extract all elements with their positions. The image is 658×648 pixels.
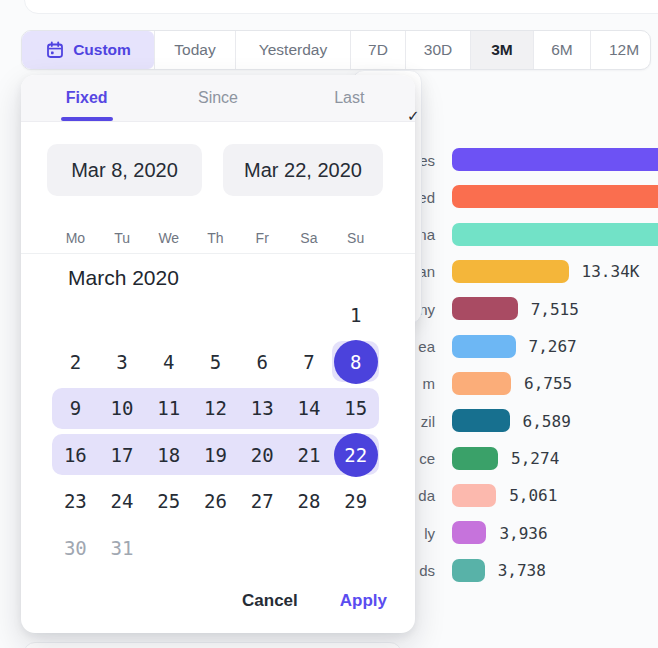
day-23[interactable]: 23 xyxy=(52,478,99,525)
bar[interactable] xyxy=(452,297,518,320)
bar[interactable] xyxy=(452,260,569,283)
day-7[interactable]: 7 xyxy=(286,339,333,386)
day-8[interactable]: 8 xyxy=(332,339,379,386)
selected-day-circle: 8 xyxy=(334,340,378,384)
day-15[interactable]: 15 xyxy=(332,385,379,432)
day-of-week-header: MoTuWeThFrSaSu xyxy=(52,223,379,253)
day-14[interactable]: 14 xyxy=(286,385,333,432)
tab-label: Last xyxy=(334,89,364,107)
bar[interactable] xyxy=(452,484,496,507)
tab-fixed[interactable]: Fixed xyxy=(21,75,152,121)
cancel-button[interactable]: Cancel xyxy=(240,589,300,613)
popover-tabs: FixedSinceLast xyxy=(21,75,415,122)
bar[interactable] xyxy=(452,335,516,358)
bar-value: 5,061 xyxy=(509,486,557,505)
country-label: zil xyxy=(421,412,435,429)
range-preset-7d[interactable]: 7D xyxy=(350,31,405,69)
day-30[interactable]: 30 xyxy=(52,525,99,572)
dow-label: Sa xyxy=(286,223,333,253)
day-number: 1 xyxy=(350,304,361,326)
day-10[interactable]: 10 xyxy=(99,385,146,432)
tab-since[interactable]: Since xyxy=(152,75,283,121)
dow-label: We xyxy=(145,223,192,253)
day-number: 3 xyxy=(116,351,127,373)
range-preset-today[interactable]: Today xyxy=(154,31,235,69)
day-22[interactable]: 22 xyxy=(332,432,379,479)
day-11[interactable]: 11 xyxy=(145,385,192,432)
selected-day-circle: 22 xyxy=(334,433,378,477)
day-25[interactable]: 25 xyxy=(145,478,192,525)
bar[interactable] xyxy=(452,372,511,395)
day-9[interactable]: 9 xyxy=(52,385,99,432)
range-preset-6m[interactable]: 6M xyxy=(533,31,590,69)
day-number: 19 xyxy=(204,444,227,466)
range-preset-30d[interactable]: 30D xyxy=(405,31,470,69)
divider xyxy=(21,253,415,254)
dow-label: Tu xyxy=(99,223,146,253)
bar[interactable] xyxy=(452,409,510,432)
range-preset-custom[interactable]: Custom xyxy=(22,31,154,69)
start-date-input[interactable]: Mar 8, 2020 xyxy=(47,144,202,196)
day-19[interactable]: 19 xyxy=(192,432,239,479)
day-6[interactable]: 6 xyxy=(239,339,286,386)
day-empty xyxy=(52,292,99,339)
day-number: 23 xyxy=(64,490,87,512)
check-icon: ✓ xyxy=(407,108,420,123)
day-20[interactable]: 20 xyxy=(239,432,286,479)
day-16[interactable]: 16 xyxy=(52,432,99,479)
day-number: 7 xyxy=(303,351,314,373)
bar[interactable] xyxy=(452,559,485,582)
day-empty xyxy=(192,525,239,572)
day-number: 20 xyxy=(251,444,274,466)
range-preset-label: 30D xyxy=(424,41,452,59)
day-29[interactable]: 29 xyxy=(332,478,379,525)
day-27[interactable]: 27 xyxy=(239,478,286,525)
bar[interactable] xyxy=(452,521,486,544)
day-number: 27 xyxy=(251,490,274,512)
range-preset-3m[interactable]: 3M xyxy=(470,31,533,69)
range-preset-label: 12M xyxy=(609,41,639,59)
tab-last[interactable]: Last xyxy=(284,75,415,121)
date-range-popover: FixedSinceLast Mar 8, 2020 Mar 22, 2020 … xyxy=(21,75,415,633)
day-4[interactable]: 4 xyxy=(145,339,192,386)
day-17[interactable]: 17 xyxy=(99,432,146,479)
calendar-week-row: 2345678 xyxy=(52,339,379,386)
range-preset-12m[interactable]: 12M xyxy=(590,31,657,69)
day-2[interactable]: 2 xyxy=(52,339,99,386)
active-tab-underline xyxy=(61,117,113,121)
day-12[interactable]: 12 xyxy=(192,385,239,432)
day-28[interactable]: 28 xyxy=(286,478,333,525)
day-3[interactable]: 3 xyxy=(99,339,146,386)
bar-value: 7,267 xyxy=(529,337,577,356)
day-empty xyxy=(99,292,146,339)
day-24[interactable]: 24 xyxy=(99,478,146,525)
dow-label: Mo xyxy=(52,223,99,253)
day-number: 10 xyxy=(111,397,134,419)
day-empty xyxy=(145,525,192,572)
tab-label: Fixed xyxy=(66,89,108,107)
date-range-toolbar: CustomTodayYesterday7D30D3M6M12M xyxy=(21,30,651,70)
day-13[interactable]: 13 xyxy=(239,385,286,432)
day-empty xyxy=(239,292,286,339)
day-26[interactable]: 26 xyxy=(192,478,239,525)
day-number: 5 xyxy=(210,351,221,373)
day-31[interactable]: 31 xyxy=(99,525,146,572)
country-label: ly xyxy=(424,524,435,541)
bar[interactable] xyxy=(452,223,658,246)
apply-button[interactable]: Apply xyxy=(338,589,389,613)
bar[interactable] xyxy=(452,447,498,470)
end-date-input[interactable]: Mar 22, 2020 xyxy=(223,144,383,196)
day-number: 18 xyxy=(157,444,180,466)
bar[interactable] xyxy=(452,185,658,208)
dow-label: Su xyxy=(332,223,379,253)
range-preset-label: 6M xyxy=(551,41,573,59)
start-date-value: Mar 8, 2020 xyxy=(71,159,178,182)
day-5[interactable]: 5 xyxy=(192,339,239,386)
day-21[interactable]: 21 xyxy=(286,432,333,479)
bar[interactable] xyxy=(452,148,658,171)
range-preset-label: Today xyxy=(174,41,215,59)
day-1[interactable]: 1 xyxy=(332,292,379,339)
day-number: 2 xyxy=(70,351,81,373)
day-18[interactable]: 18 xyxy=(145,432,192,479)
range-preset-yesterday[interactable]: Yesterday xyxy=(235,31,350,69)
